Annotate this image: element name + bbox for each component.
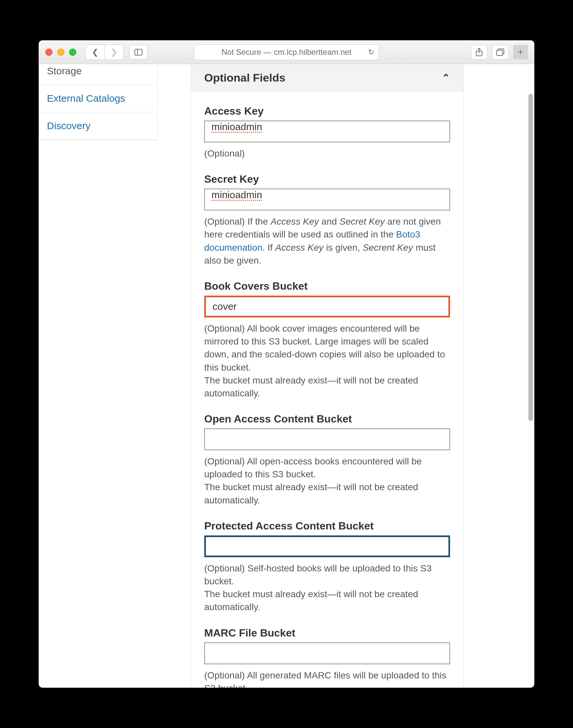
chevron-up-icon: ⌃ [442, 72, 450, 83]
forward-button[interactable]: ❯ [104, 45, 123, 59]
new-tab-button[interactable]: + [513, 45, 528, 59]
sidebar-item-label: Storage [47, 65, 82, 76]
open-access-bucket-help: (Optional) All open-access books encount… [204, 455, 450, 507]
close-window-button[interactable] [45, 49, 53, 56]
secret-key-help: (Optional) If the Access Key and Secret … [204, 215, 450, 267]
book-covers-bucket-help: (Optional) All book cover images encount… [204, 322, 450, 400]
page-content: Storage External Catalogs Discovery Opti… [39, 64, 534, 688]
protected-access-bucket-input[interactable] [204, 536, 450, 557]
sidebar-item-label: Discovery [47, 120, 91, 131]
field-secret-key: Secret Key minioadmin (Optional) If the … [204, 173, 450, 267]
field-open-access-bucket: Open Access Content Bucket (Optional) Al… [204, 413, 450, 507]
scrollbar[interactable] [528, 94, 533, 678]
url-text: cm.lcp.hilbertteam.net [274, 48, 352, 57]
protected-access-bucket-label: Protected Access Content Bucket [204, 520, 450, 532]
tabs-button[interactable] [492, 45, 509, 59]
browser-window: ❮ ❯ Not Secure — cm.lcp.hilbertteam.net … [39, 40, 534, 688]
browser-titlebar: ❮ ❯ Not Secure — cm.lcp.hilbertteam.net … [39, 40, 534, 64]
sidebar: Storage External Catalogs Discovery [39, 64, 158, 688]
sidebar-item-label: External Catalogs [47, 93, 125, 104]
share-button[interactable] [471, 45, 487, 59]
sidebar-item-discovery[interactable]: Discovery [39, 112, 157, 140]
reload-icon[interactable]: ↻ [368, 48, 374, 56]
secret-key-input[interactable]: minioadmin [204, 188, 450, 210]
access-key-label: Access Key [204, 105, 450, 117]
minimize-window-button[interactable] [57, 49, 64, 56]
book-covers-bucket-label: Book Covers Bucket [204, 280, 450, 292]
security-label: Not Secure — [221, 48, 271, 57]
field-marc-file-bucket: MARC File Bucket (Optional) All generate… [204, 627, 450, 688]
main-column: Optional Fields ⌃ Access Key minioadmin … [191, 64, 464, 688]
svg-rect-4 [497, 50, 503, 55]
svg-rect-0 [135, 49, 142, 55]
accordion-title: Optional Fields [204, 71, 285, 84]
back-button[interactable]: ❮ [86, 45, 104, 59]
access-key-input[interactable]: minioadmin [204, 121, 450, 143]
nav-buttons: ❮ ❯ [86, 45, 123, 60]
open-access-bucket-input[interactable] [204, 429, 450, 450]
scrollbar-thumb[interactable] [528, 94, 533, 421]
marc-file-bucket-input[interactable] [204, 642, 450, 664]
open-access-bucket-label: Open Access Content Bucket [204, 413, 450, 425]
field-book-covers-bucket: Book Covers Bucket (Optional) All book c… [204, 280, 450, 400]
field-access-key: Access Key minioadmin (Optional) [204, 105, 450, 160]
marc-file-bucket-help: (Optional) All generated MARC files will… [204, 669, 450, 688]
field-protected-access-bucket: Protected Access Content Bucket (Optiona… [204, 520, 450, 614]
address-bar[interactable]: Not Secure — cm.lcp.hilbertteam.net ↻ [194, 44, 379, 60]
marc-file-bucket-label: MARC File Bucket [204, 627, 450, 639]
form-body: Access Key minioadmin (Optional) Secret … [191, 92, 463, 688]
book-covers-bucket-input[interactable] [204, 296, 450, 318]
sidebar-item-storage[interactable]: Storage [39, 64, 157, 85]
protected-access-bucket-help: (Optional) Self-hosted books will be upl… [204, 562, 450, 614]
window-controls [45, 49, 76, 56]
optional-fields-header[interactable]: Optional Fields ⌃ [191, 64, 463, 92]
access-key-help: (Optional) [204, 147, 450, 160]
maximize-window-button[interactable] [69, 49, 76, 56]
sidebar-item-external-catalogs[interactable]: External Catalogs [39, 85, 157, 112]
sidebar-toggle-button[interactable] [129, 45, 148, 59]
secret-key-label: Secret Key [204, 173, 450, 185]
toolbar-right: + [471, 45, 528, 59]
